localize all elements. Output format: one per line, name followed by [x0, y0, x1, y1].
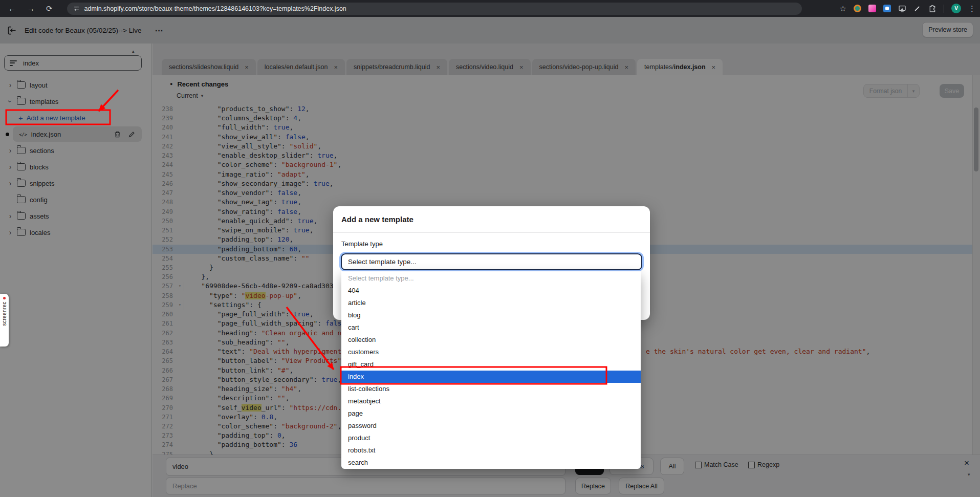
template-option-password[interactable]: password: [341, 420, 641, 432]
template-option-collection[interactable]: collection: [341, 334, 641, 346]
profile-avatar[interactable]: V: [951, 4, 961, 13]
template-option-list-collections[interactable]: list-collections: [341, 383, 641, 395]
template-option-product[interactable]: product: [341, 432, 641, 444]
site-settings-icon[interactable]: [73, 5, 80, 12]
template-option-article[interactable]: article: [341, 297, 641, 309]
bookmark-star-icon[interactable]: ☆: [840, 5, 846, 12]
cast-icon[interactable]: [898, 5, 906, 13]
screenrec-label: screenrec: [2, 301, 7, 326]
forward-icon[interactable]: →: [27, 5, 35, 12]
template-type-dropdown: Select template type...404articleblogcar…: [341, 271, 641, 469]
browser-menu-icon[interactable]: ⋮: [968, 5, 976, 12]
refresh-icon[interactable]: ⟳: [46, 5, 53, 12]
template-option-customers[interactable]: customers: [341, 346, 641, 358]
template-option-page[interactable]: page: [341, 407, 641, 420]
pen-icon[interactable]: [913, 5, 921, 12]
template-option-Select-template-type...[interactable]: Select template type...: [341, 272, 641, 285]
template-type-select[interactable]: Select template type...: [341, 253, 642, 270]
modal-title: Add a new template: [333, 206, 650, 233]
template-option-robots.txt[interactable]: robots.txt: [341, 444, 641, 457]
screenrec-widget[interactable]: screenrec: [0, 294, 9, 347]
extension-avatar-icon[interactable]: [883, 5, 891, 12]
browser-toolbar: ← → ⟳ admin.shopify.com/store/beaux-them…: [0, 0, 980, 17]
template-option-404[interactable]: 404: [341, 285, 641, 297]
address-bar[interactable]: admin.shopify.com/store/beaux-theme/them…: [67, 3, 802, 15]
record-dot-icon: [3, 297, 6, 299]
extension-lens-icon[interactable]: [854, 5, 861, 12]
template-option-blog[interactable]: blog: [341, 309, 641, 321]
template-option-cart[interactable]: cart: [341, 321, 641, 334]
url-text[interactable]: admin.shopify.com/store/beaux-theme/them…: [84, 5, 346, 12]
template-option-search[interactable]: search: [341, 457, 641, 469]
template-option-metaobject[interactable]: metaobject: [341, 395, 641, 407]
back-icon[interactable]: ←: [8, 5, 16, 12]
toolbar-divider: [944, 5, 944, 13]
extension-pink-icon[interactable]: [868, 5, 876, 12]
template-option-gift-card[interactable]: gift_card: [341, 358, 641, 371]
extensions-puzzle-icon[interactable]: [928, 5, 937, 13]
template-option-index[interactable]: index: [341, 371, 641, 383]
browser-actions: ☆ V ⋮: [840, 0, 976, 17]
template-type-label: Template type: [341, 240, 383, 248]
